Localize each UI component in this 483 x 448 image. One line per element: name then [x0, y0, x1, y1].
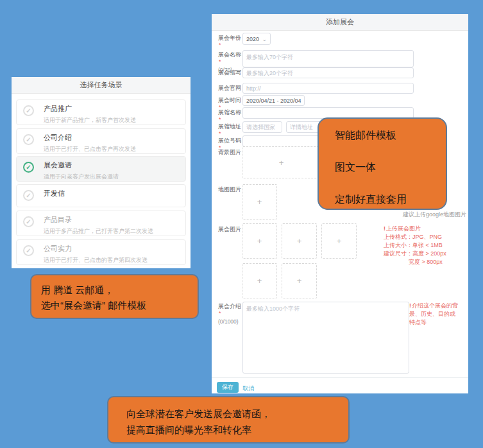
check-icon: ✓	[23, 134, 34, 145]
scene-item-subtitle: 适用于新产品推广，新客户首次发送	[44, 116, 182, 125]
callout-line: 图文一体	[335, 161, 446, 175]
address-label: 展馆地址*	[218, 123, 244, 137]
scene-item-title: 产品推广	[44, 104, 182, 114]
photo-upload-3[interactable]: +	[321, 223, 357, 259]
bg-image-upload[interactable]: +	[242, 146, 321, 178]
scene-item-subtitle: 适用于向老客户发出展会邀请	[44, 173, 182, 181]
map-image-upload[interactable]: +	[242, 184, 277, 220]
callout-line: 定制好直接套用	[335, 193, 446, 207]
check-icon: ✓	[23, 190, 34, 201]
callout-line: 智能邮件模板	[335, 129, 446, 142]
scene-item-company-intro[interactable]: ✓ 公司介绍 适用于已打开、已点击客户再次发送	[16, 128, 186, 154]
scene-item-subtitle: 适用于已打开、已点击的客户第四次发送	[44, 256, 182, 264]
save-button[interactable]: 保存	[217, 382, 239, 393]
website-input[interactable]	[263, 85, 410, 92]
bg-image-label: 背景图片	[218, 149, 244, 156]
photos-upload-grid: + + + + +	[242, 223, 357, 298]
callout-line: 提高直播间的曝光率和转化率	[126, 422, 348, 438]
scene-item-title: 展会邀请	[44, 160, 182, 170]
photo-upload-2[interactable]: +	[282, 223, 317, 259]
photo-upload-5[interactable]: +	[282, 263, 317, 298]
callout-line: 选中“展会邀请” 邮件模板	[41, 298, 198, 313]
alert-icon: !	[409, 302, 411, 309]
year-label: 展会年份*	[218, 35, 244, 49]
scene-item-product-promo[interactable]: ✓ 产品推广 适用于新产品推广，新客户首次发送	[16, 99, 186, 125]
intro-counter: (0/1000)	[218, 318, 244, 325]
year-select[interactable]: 2020 ⌄	[242, 33, 271, 45]
photo-upload-4[interactable]: +	[242, 263, 277, 298]
address-country-input[interactable]	[242, 121, 282, 133]
scene-item-subtitle: 适用于已打开、已点击客户再次发送	[44, 145, 182, 153]
scene-item-subtitle: 适用于多产品推广，已打开客户第二次发送	[44, 227, 182, 236]
name-textarea[interactable]	[242, 50, 414, 67]
check-selected-icon: ✓	[23, 162, 34, 173]
scene-panel-title: 选择任务场景	[12, 77, 191, 94]
url-prefix: http://	[246, 85, 261, 92]
footer-divider	[212, 377, 468, 378]
plus-icon: +	[279, 158, 284, 168]
plus-icon: +	[297, 276, 302, 286]
check-icon: ✓	[23, 105, 34, 116]
callout-goal-description: 向全球潜在客户发送展会邀请函， 提高直播间的曝光率和转化率	[107, 396, 350, 444]
photo-upload-1[interactable]: +	[242, 223, 277, 259]
photos-hint: !上传展会图片 上传格式：JPG、PNG 上传大小：单张 < 1MB 建议尺寸：…	[384, 225, 464, 266]
plus-icon: +	[257, 197, 262, 207]
photos-label: 展会图片	[218, 226, 244, 233]
check-icon: ✓	[23, 216, 34, 227]
check-icon: ✓	[23, 245, 34, 256]
scene-item-exhibition-invite[interactable]: ✓ 展会邀请 适用于向老客户发出展会邀请	[16, 156, 186, 182]
callout-line: 向全球潜在客户发送展会邀请函，	[126, 406, 348, 422]
page-background: 选择任务场景 ✓ 产品推广 适用于新产品推广，新客户首次发送 ✓ 公司介绍 适用…	[0, 0, 483, 448]
plus-icon: +	[297, 236, 302, 246]
scene-item-title: 开发信	[44, 189, 182, 198]
plus-icon: +	[257, 236, 262, 246]
callout-smart-template: 智能邮件模板 图文一体 定制好直接套用	[318, 117, 447, 210]
intro-hint: !介绍这个展会的背景、历史、目的或特点等	[409, 302, 461, 327]
plus-icon: +	[257, 276, 262, 286]
map-image-label: 地图图片	[218, 186, 244, 193]
year-value: 2020	[246, 36, 259, 42]
time-range-input[interactable]	[242, 95, 305, 106]
callout-usage-instruction: 用 腾道 云邮通， 选中“展会邀请” 邮件模板	[30, 274, 199, 319]
scene-item-title: 公司实力	[44, 244, 182, 254]
abbr-input[interactable]	[242, 67, 414, 78]
form-panel-title: 添加展会	[212, 14, 468, 31]
plus-icon: +	[337, 236, 342, 246]
alert-icon: !	[384, 225, 386, 232]
scene-item-dev-letter[interactable]: ✓ 开发信	[16, 184, 186, 207]
venue-label: 展馆名称*	[218, 109, 244, 123]
map-image-hint: 建议上传google地图图片	[403, 211, 466, 219]
scene-item-company-strength[interactable]: ✓ 公司实力 适用于已打开、已点击的客户第四次发送	[16, 239, 186, 265]
website-label: 展会官网	[218, 85, 244, 92]
scene-chooser-panel: 选择任务场景 ✓ 产品推广 适用于新产品推广，新客户首次发送 ✓ 公司介绍 适用…	[12, 77, 191, 268]
cancel-button[interactable]: 取消	[242, 384, 254, 393]
scene-item-product-catalog[interactable]: ✓ 产品目录 适用于多产品推广，已打开客户第二次发送	[16, 211, 186, 236]
callout-line: 用 腾道 云邮通，	[41, 282, 198, 298]
website-input-wrap: http://	[242, 83, 414, 94]
intro-label: 展会介绍* (0/1000)	[218, 303, 244, 325]
abbr-label: 展会缩写	[218, 69, 244, 76]
scene-item-title: 公司介绍	[44, 133, 182, 142]
chevron-down-icon: ⌄	[262, 36, 267, 42]
scene-item-title: 产品目录	[44, 215, 182, 225]
intro-textarea[interactable]	[242, 302, 409, 374]
